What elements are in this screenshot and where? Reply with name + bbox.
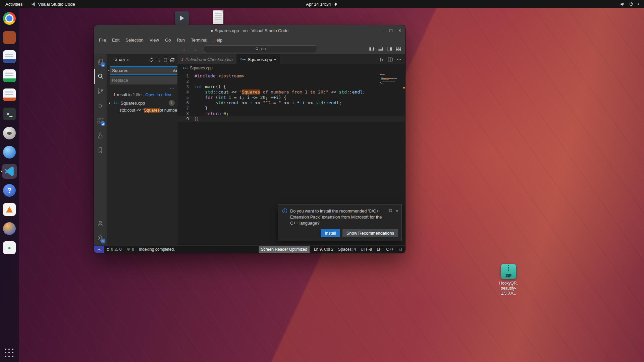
refresh-icon[interactable] — [149, 58, 154, 62]
dock-item-vlc[interactable] — [2, 202, 17, 217]
notification-settings-gear-icon[interactable] — [388, 208, 393, 213]
menu-edit[interactable]: Edit — [109, 38, 122, 43]
problems-status[interactable]: ⊘0 ⚠0 — [104, 246, 124, 253]
nav-back-icon[interactable]: ← — [182, 46, 187, 52]
breadcrumb-file: Squares.cpp — [190, 66, 212, 70]
statusbar-bell[interactable] — [396, 246, 405, 253]
breadcrumbs[interactable]: C++ Squares.cpp — [177, 64, 405, 72]
dock-item-software-center[interactable]: ◆ — [2, 240, 17, 255]
activitybar-testing[interactable] — [94, 128, 107, 143]
search-result-file-row[interactable]: ▾ C++ Squares.cpp 1 — [107, 99, 177, 107]
open-in-editor-link[interactable]: Open in editor — [145, 93, 172, 97]
dock-items: >_?◆ — [0, 8, 19, 255]
system-tray[interactable]: ▾ — [620, 2, 644, 7]
code-line-2[interactable]: 2 — [177, 79, 405, 84]
toggle-search-details-icon[interactable]: ⋯ — [170, 85, 174, 90]
dock-item-messenger[interactable] — [2, 145, 17, 160]
activitybar-extensions[interactable]: 2 — [94, 113, 107, 128]
command-center[interactable]: on — [204, 45, 317, 53]
activitybar-account[interactable] — [94, 216, 107, 231]
cursor-position-status[interactable]: Ln 9, Col 2 — [312, 246, 336, 253]
dock-item-terminal[interactable]: >_ — [2, 107, 17, 121]
code-line-1[interactable]: 1#include <iostream> — [177, 73, 405, 79]
minimize-button[interactable]: – — [381, 28, 384, 33]
code-line-5[interactable]: 5 for (int i = 1; i <= 20; ++i) { — [177, 95, 405, 100]
dock-item-gimp[interactable] — [2, 126, 17, 140]
activitybar-explorer[interactable]: 1 — [94, 54, 107, 69]
menu-view[interactable]: View — [147, 38, 162, 43]
match-case-toggle[interactable]: Aa — [172, 68, 178, 73]
clear-search-results-icon[interactable] — [156, 58, 161, 62]
menu-go[interactable]: Go — [162, 38, 174, 43]
code-line-6[interactable]: 6 std::cout << i << "^2 = " << i * i << … — [177, 100, 405, 106]
dock-item-libreoffice-impress[interactable] — [2, 87, 17, 102]
code-line-7[interactable]: 7 } — [177, 106, 405, 111]
notification-close-icon[interactable]: × — [396, 208, 398, 213]
dirty-indicator[interactable]: ● — [274, 58, 276, 61]
install-button[interactable]: Install — [321, 229, 340, 237]
chevron-down-icon: ▾ — [109, 101, 112, 105]
menu-file[interactable]: File — [96, 38, 109, 43]
dock-item-libreoffice-calc[interactable] — [2, 68, 17, 83]
desktop-file-video[interactable] — [175, 11, 189, 25]
info-icon — [282, 208, 287, 214]
eol-status[interactable]: LF — [374, 246, 384, 253]
nav-forward-icon[interactable]: → — [192, 46, 197, 52]
maximize-button[interactable]: □ — [389, 28, 392, 33]
show-recommendations-button[interactable]: Show Recommendations — [342, 229, 398, 237]
show-applications-button[interactable] — [5, 349, 14, 357]
tab-palindromechecker[interactable]: J PalindromeChecker.java — [177, 54, 237, 64]
code-line-9[interactable]: 9} — [177, 116, 405, 122]
tab-squares-cpp[interactable]: C++ Squares.cpp ● — [237, 54, 280, 64]
dock-item-firefox[interactable] — [2, 221, 17, 236]
dock-item-help[interactable]: ? — [2, 183, 17, 198]
remote-indicator[interactable]: >< — [94, 246, 104, 253]
editor-more-actions-icon[interactable]: ⋯ — [397, 57, 401, 62]
encoding-status[interactable]: UTF-8 — [358, 246, 374, 253]
run-file-icon[interactable]: ▷ — [380, 57, 384, 62]
code-line-8[interactable]: 8 return 0; — [177, 111, 405, 116]
dock-item-vscode[interactable] — [2, 164, 17, 179]
code-line-4[interactable]: 4 std::cout << "Squares of numbers from … — [177, 89, 405, 95]
desktop-file-document[interactable] — [213, 10, 223, 24]
activitybar-settings[interactable]: 1 — [94, 231, 107, 245]
toggle-panel-icon[interactable] — [378, 46, 383, 52]
menu-selection[interactable]: Selection — [122, 38, 146, 43]
status-bar: >< ⊘0 ⚠0 0 Indexing completed. Screen Re… — [94, 245, 405, 253]
search-icon — [97, 73, 104, 80]
minimap[interactable] — [380, 73, 402, 93]
dock-item-chrome[interactable] — [2, 11, 17, 26]
open-new-search-editor-icon[interactable] — [163, 58, 168, 62]
toggle-primary-sidebar-icon[interactable] — [369, 46, 374, 52]
activitybar-source-control[interactable] — [94, 84, 107, 99]
split-editor-icon[interactable] — [388, 57, 393, 62]
toggle-secondary-sidebar-icon[interactable] — [387, 46, 392, 52]
window-titlebar[interactable]: ● Squares.cpp - on - Visual Studio Code … — [94, 25, 405, 36]
menu-terminal[interactable]: Terminal — [188, 38, 210, 43]
extensions-badge: 2 — [101, 121, 105, 126]
replace-input[interactable] — [110, 78, 178, 83]
activitybar-search[interactable] — [94, 69, 107, 84]
desktop-file-zip[interactable]: ZiP HookyQR. beautify-1.5.0.v... — [497, 264, 520, 296]
menu-run[interactable]: Run — [174, 38, 188, 43]
activitybar-bookmarks[interactable] — [94, 143, 107, 158]
activitybar-run-debug[interactable] — [94, 99, 107, 113]
menu-help[interactable]: Help — [210, 38, 225, 43]
code-line-3[interactable]: 3int main() { — [177, 84, 405, 89]
clock[interactable]: Apr 14 14:34 — [306, 2, 338, 7]
focused-app-indicator[interactable]: Visual Studio Code — [31, 2, 75, 7]
indentation-status[interactable]: Spaces: 4 — [336, 246, 358, 253]
ports-status[interactable]: 0 — [124, 246, 137, 253]
screen-reader-status[interactable]: Screen Reader Optimized — [259, 246, 310, 253]
language-mode-status[interactable]: C++ — [384, 246, 396, 253]
search-result-match-row[interactable]: std::cout << "Squares of numbers f... — [107, 107, 177, 114]
notification-toast: Do you want to install the recommended '… — [278, 204, 402, 241]
customize-layout-icon[interactable] — [396, 46, 401, 52]
firefox-icon — [3, 222, 16, 235]
dock-item-file-manager[interactable] — [2, 30, 17, 45]
activities-button[interactable]: Activities — [5, 2, 22, 7]
collapse-all-icon[interactable] — [170, 58, 175, 62]
dock-item-libreoffice-writer[interactable] — [2, 49, 17, 64]
close-button[interactable]: × — [398, 28, 401, 33]
search-input[interactable] — [110, 68, 172, 73]
